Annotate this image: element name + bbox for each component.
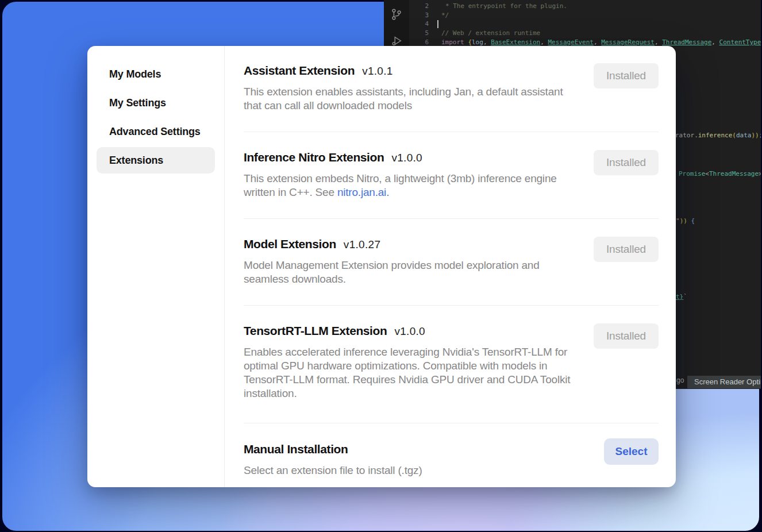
- line-number: 2: [384, 2, 429, 11]
- extension-version: v1.0.0: [391, 152, 422, 164]
- extension-version: v1.0.27: [344, 238, 380, 250]
- extension-title: Manual Installation: [244, 442, 348, 456]
- keyword-import: import: [441, 38, 464, 46]
- extensions-list: Assistant Extensionv1.0.1 This extension…: [225, 46, 676, 487]
- comment-text: // Web / extension runtime: [441, 29, 540, 37]
- extension-description: Enables accelerated inference leveraging…: [244, 345, 583, 400]
- line-number: 5: [384, 29, 429, 38]
- extension-title: Inference Nitro Extension: [244, 151, 384, 164]
- extension-title-line: Assistant Extensionv1.0.1: [244, 64, 583, 77]
- sidebar-item-advanced-settings[interactable]: Advanced Settings: [97, 118, 215, 145]
- extension-title: TensortRT-LLM Extension: [244, 324, 387, 337]
- extension-title: Model Extension: [244, 237, 336, 250]
- comment-text: */: [441, 11, 449, 19]
- installed-button-model[interactable]: Installed: [594, 237, 659, 262]
- code-line-2: * The entrypoint for the plugin.: [445, 2, 567, 11]
- settings-modal: My Models My Settings Advanced Settings …: [87, 46, 676, 487]
- extension-title: Assistant Extension: [244, 64, 355, 77]
- extension-description: This extension embeds Nitro, a lightweig…: [244, 172, 583, 199]
- settings-sidebar: My Models My Settings Advanced Settings …: [87, 46, 225, 487]
- extension-title-line: TensortRT-LLM Extensionv1.0.0: [244, 325, 583, 337]
- text-cursor: [437, 20, 438, 28]
- extension-row-nitro: Inference Nitro Extensionv1.0.0 This ext…: [244, 132, 659, 219]
- extension-description: Model Management Extension provides mode…: [244, 259, 583, 286]
- sidebar-item-my-models[interactable]: My Models: [97, 61, 215, 87]
- extension-row-tensorrt: TensortRT-LLM Extensionv1.0.0 Enables ac…: [244, 306, 659, 423]
- installed-button-nitro[interactable]: Installed: [594, 150, 659, 175]
- code-fragment-inference: rator.inference(data));: [675, 131, 761, 140]
- extension-row-assistant: Assistant Extensionv1.0.1 This extension…: [244, 64, 659, 132]
- extension-description: Select an extension file to install (.tg…: [244, 464, 583, 477]
- comment-text: * The entrypoint for the plugin.: [445, 2, 567, 10]
- code-fragment-promise: Promise<ThreadMessage>: [679, 169, 761, 179]
- screen-reader-badge[interactable]: Screen Reader Optimize: [687, 376, 761, 388]
- sidebar-item-extensions[interactable]: Extensions: [97, 147, 215, 174]
- sidebar-item-my-settings[interactable]: My Settings: [97, 90, 215, 116]
- status-text: go: [676, 376, 684, 384]
- code-line-5: // Web / extension runtime: [441, 29, 540, 38]
- extension-version: v1.0.1: [362, 65, 393, 77]
- installed-button-assistant[interactable]: Installed: [594, 63, 659, 88]
- nitro-link[interactable]: nitro.jan.ai.: [337, 186, 389, 198]
- select-button[interactable]: Select: [604, 438, 659, 465]
- extension-title-line: Manual Installation: [244, 443, 583, 456]
- extension-row-manual-install: Manual Installation Select an extension …: [244, 423, 659, 496]
- line-number: 4: [384, 20, 429, 29]
- code-fragment-braces: ")) {: [676, 217, 695, 226]
- extension-description: This extension enables assistants, inclu…: [244, 85, 583, 113]
- code-fragment-template: t}`: [676, 292, 687, 302]
- extension-title-line: Model Extensionv1.0.27: [244, 238, 583, 250]
- installed-button-tensorrt[interactable]: Installed: [594, 323, 659, 349]
- line-number: 3: [384, 11, 429, 20]
- code-line-3: */: [441, 11, 449, 20]
- extension-title-line: Inference Nitro Extensionv1.0.0: [244, 151, 583, 164]
- extension-row-model: Model Extensionv1.0.27 Model Management …: [244, 219, 659, 306]
- extension-version: v1.0.0: [394, 325, 425, 337]
